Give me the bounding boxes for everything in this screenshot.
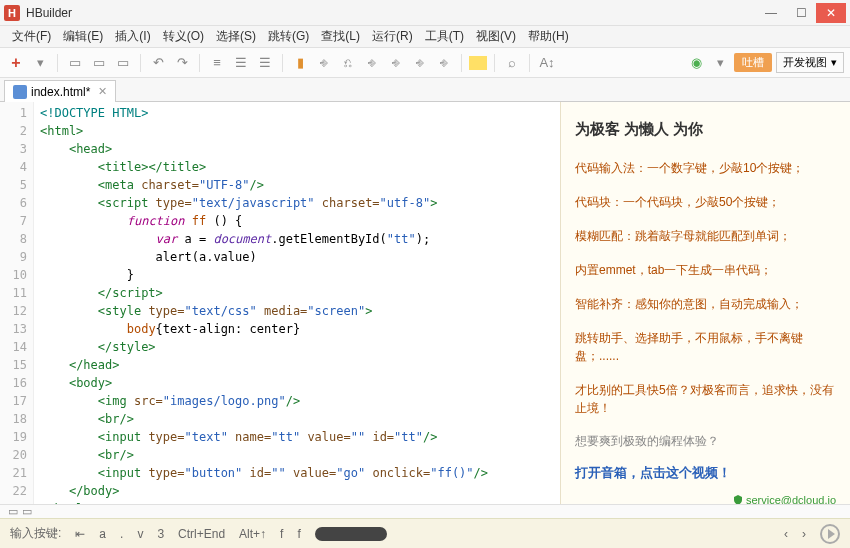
font-size-icon[interactable]: A↕ [537,53,557,73]
separator [140,54,141,72]
maximize-button[interactable]: ☐ [786,3,816,23]
tool-icon[interactable]: ⎆ [362,53,382,73]
dropdown-icon[interactable]: ▾ [710,53,730,73]
separator [529,54,530,72]
perspective-switcher[interactable]: 开发视图▾ [776,52,844,73]
saveall-icon[interactable]: ▭ [89,53,109,73]
perspective-label: 开发视图 [783,55,827,70]
tab-label: index.html* [31,85,90,99]
menubar: 文件(F) 编辑(E) 插入(I) 转义(O) 选择(S) 跳转(G) 查找(L… [0,26,850,48]
separator [57,54,58,72]
file-icon [13,85,27,99]
welcome-panel: 为极客 为懒人 为你 代码输入法：一个数字键，少敲10个按键； 代码块：一个代码… [560,102,850,504]
key: a [99,527,106,541]
align-left-icon[interactable]: ≡ [207,53,227,73]
nav-next-icon[interactable]: › [802,527,806,541]
copy-icon[interactable]: ▭ [113,53,133,73]
tool-icon[interactable]: ⎌ [338,53,358,73]
feedback-button[interactable]: 吐槽 [734,53,772,72]
search-icon[interactable]: ⌕ [502,53,522,73]
redo-icon[interactable]: ↷ [172,53,192,73]
line-gutter: 1234567891011121314151617181920212223 [0,102,34,504]
save-icon[interactable]: ▭ [65,53,85,73]
key: f [280,527,283,541]
tip-item: 代码输入法：一个数字键，少敲10个按键； [575,159,836,177]
separator [282,54,283,72]
app-logo: H [4,5,20,21]
new-icon[interactable]: + [6,53,26,73]
menu-view[interactable]: 视图(V) [470,26,522,47]
window-controls: — ☐ ✕ [756,3,846,23]
main-area: 1234567891011121314151617181920212223 <!… [0,102,850,504]
tool-icon[interactable]: ⎆ [386,53,406,73]
toolbar: + ▾ ▭ ▭ ▭ ↶ ↷ ≡ ☰ ☰ ▮ ⎆ ⎌ ⎆ ⎆ ⎆ ⎆ ⌕ A↕ ◉… [0,48,850,78]
separator [461,54,462,72]
menu-tools[interactable]: 工具(T) [419,26,470,47]
status-bar: ▭ ▭ [0,504,850,518]
panel-icon[interactable]: ▭ [20,506,34,518]
service-link[interactable]: service@dcloud.io [575,494,836,504]
align-right-icon[interactable]: ☰ [255,53,275,73]
nav-prev-icon[interactable]: ‹ [784,527,788,541]
minimize-button[interactable]: — [756,3,786,23]
titlebar: H HBuilder — ☐ ✕ [0,0,850,26]
input-indicator [315,527,387,541]
keystroke-bar: 输入按键: ⇤ a . v 3 Ctrl+End Alt+↑ f f ‹ › [0,518,850,548]
tip-item: 代码块：一个代码块，少敲50个按键； [575,193,836,211]
menu-insert[interactable]: 插入(I) [109,26,156,47]
tab-close-icon[interactable]: ✕ [98,85,107,98]
key: f [297,527,300,541]
app-title: HBuilder [26,6,756,20]
play-button[interactable] [820,524,840,544]
menu-select[interactable]: 选择(S) [210,26,262,47]
shield-icon [733,495,743,504]
separator [199,54,200,72]
tip-item: 模糊匹配：跳着敲字母就能匹配到单词； [575,227,836,245]
console-icon[interactable]: ▭ [6,506,20,518]
key: . [120,527,123,541]
menu-file[interactable]: 文件(F) [6,26,57,47]
key: v [137,527,143,541]
panel-question: 想要爽到极致的编程体验？ [575,433,836,450]
video-link[interactable]: 打开音箱，点击这个视频！ [575,464,836,482]
dropdown-icon[interactable]: ▾ [30,53,50,73]
tab-index-html[interactable]: index.html* ✕ [4,80,116,102]
tool-icon[interactable]: ⎆ [410,53,430,73]
tip-item: 内置emmet，tab一下生成一串代码； [575,261,836,279]
tool-icon[interactable]: ⎆ [314,53,334,73]
code-content[interactable]: <!DOCTYPE HTML> <html> <head> <title></t… [34,102,560,504]
key: Ctrl+End [178,527,225,541]
menu-goto[interactable]: 跳转(G) [262,26,315,47]
bookmark-icon[interactable]: ▮ [290,53,310,73]
key: Alt+↑ [239,527,266,541]
undo-icon[interactable]: ↶ [148,53,168,73]
separator [494,54,495,72]
browser-icon[interactable]: ◉ [686,53,706,73]
close-button[interactable]: ✕ [816,3,846,23]
panel-heading: 为极客 为懒人 为你 [575,120,836,139]
menu-edit[interactable]: 编辑(E) [57,26,109,47]
menu-escape[interactable]: 转义(O) [157,26,210,47]
menu-find[interactable]: 查找(L) [315,26,366,47]
nav-prev-icon[interactable]: ⇤ [75,527,85,541]
tip-item: 才比别的工具快5倍？对极客而言，追求快，没有止境！ [575,381,836,417]
tip-item: 智能补齐：感知你的意图，自动完成输入； [575,295,836,313]
code-editor[interactable]: 1234567891011121314151617181920212223 <!… [0,102,560,504]
editor-tabs: index.html* ✕ [0,78,850,102]
keystroke-label: 输入按键: [10,525,61,542]
align-center-icon[interactable]: ☰ [231,53,251,73]
key: 3 [157,527,164,541]
chevron-down-icon: ▾ [831,56,837,69]
menu-help[interactable]: 帮助(H) [522,26,575,47]
highlight-icon[interactable] [469,56,487,70]
tip-item: 跳转助手、选择助手，不用鼠标，手不离键盘；...... [575,329,836,365]
menu-run[interactable]: 运行(R) [366,26,419,47]
tool-icon[interactable]: ⎆ [434,53,454,73]
service-email: service@dcloud.io [746,494,836,504]
